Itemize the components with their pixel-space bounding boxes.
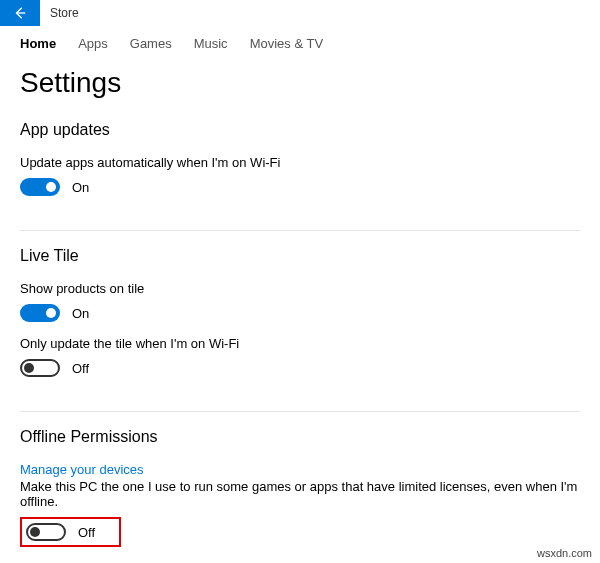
section-title-app-updates: App updates: [20, 121, 580, 139]
toggle-knob-icon: [30, 527, 40, 537]
toggle-row-auto-update: On: [20, 178, 580, 196]
section-app-updates: App updates Update apps automatically wh…: [20, 121, 580, 231]
label-wifi-only: Only update the tile when I'm on Wi-Fi: [20, 336, 580, 351]
toggle-knob-icon: [46, 182, 56, 192]
toggle-knob-icon: [24, 363, 34, 373]
link-manage-devices[interactable]: Manage your devices: [20, 462, 144, 477]
toggle-state-wifi-only: Off: [72, 361, 89, 376]
toggle-state-offline: Off: [78, 525, 95, 540]
tab-movies-tv[interactable]: Movies & TV: [250, 36, 323, 51]
section-title-offline: Offline Permissions: [20, 428, 580, 446]
content-area: Settings App updates Update apps automat…: [0, 67, 600, 563]
titlebar: Store: [0, 0, 600, 26]
tab-home[interactable]: Home: [20, 36, 56, 51]
toggle-show-products[interactable]: [20, 304, 60, 322]
window-title: Store: [50, 6, 79, 20]
tab-music[interactable]: Music: [194, 36, 228, 51]
section-offline-permissions: Offline Permissions Manage your devices …: [20, 428, 580, 563]
tab-apps[interactable]: Apps: [78, 36, 108, 51]
toggle-knob-icon: [46, 308, 56, 318]
highlight-box: Off: [20, 517, 121, 547]
back-arrow-icon: [13, 6, 27, 20]
toggle-auto-update[interactable]: [20, 178, 60, 196]
label-show-products: Show products on tile: [20, 281, 580, 296]
page-title: Settings: [20, 67, 580, 99]
toggle-wifi-only[interactable]: [20, 359, 60, 377]
section-live-tile: Live Tile Show products on tile On Only …: [20, 247, 580, 412]
section-title-live-tile: Live Tile: [20, 247, 580, 265]
description-offline: Make this PC the one I use to run some g…: [20, 479, 580, 509]
toggle-row-show-products: On: [20, 304, 580, 322]
toggle-row-wifi-only: Off: [20, 359, 580, 377]
toggle-offline[interactable]: [26, 523, 66, 541]
tab-games[interactable]: Games: [130, 36, 172, 51]
watermark: wsxdn.com: [537, 547, 592, 559]
toggle-state-show-products: On: [72, 306, 89, 321]
label-auto-update: Update apps automatically when I'm on Wi…: [20, 155, 580, 170]
back-button[interactable]: [0, 0, 40, 26]
nav-tabs: Home Apps Games Music Movies & TV: [0, 26, 600, 59]
toggle-row-offline: Off: [26, 523, 95, 541]
toggle-state-auto-update: On: [72, 180, 89, 195]
